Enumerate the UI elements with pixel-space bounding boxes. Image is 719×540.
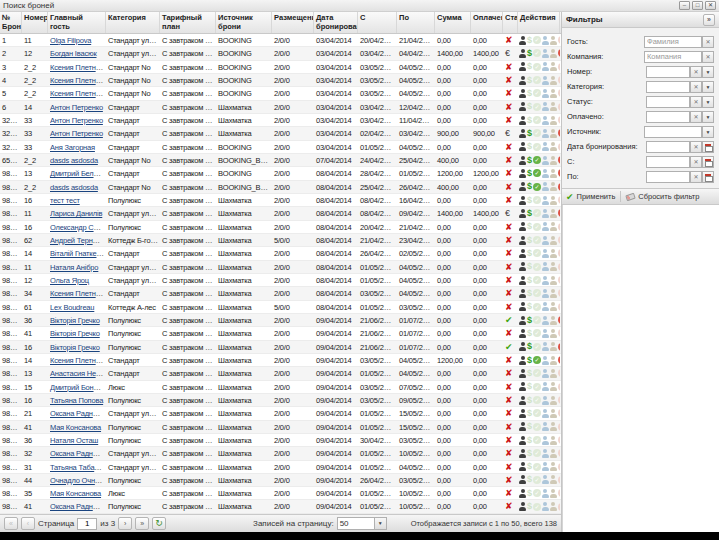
column-header-7[interactable]: Дата бронирования (314, 12, 358, 33)
guest-link[interactable]: Дмитрий Беленский (50, 169, 106, 178)
guest-icon[interactable] (542, 302, 549, 311)
column-header-13[interactable]: Действия (518, 12, 560, 33)
table-row[interactable]: 98318 41 Вікторія Гречко Полулюкс С завт… (0, 327, 561, 340)
checkout-icon[interactable] (550, 62, 557, 71)
guest-icon[interactable] (542, 209, 549, 218)
guest-icon[interactable] (542, 316, 549, 325)
table-row[interactable]: 32768 33 Антон Петренко Стандарт С завтр… (0, 127, 561, 140)
booking-card-icon[interactable] (519, 49, 526, 58)
checkin-icon[interactable]: ✓ (533, 343, 541, 351)
checkout-icon[interactable] (550, 436, 557, 445)
guest-link[interactable]: Антон Петренко (50, 129, 103, 138)
checkout-icon[interactable] (550, 236, 557, 245)
checkin-icon[interactable]: ✓ (533, 89, 541, 97)
booking-card-icon[interactable] (519, 276, 526, 285)
cancel-icon[interactable] (558, 196, 560, 204)
guest-icon[interactable] (542, 369, 549, 378)
checkout-icon[interactable] (550, 76, 557, 85)
calendar-icon[interactable] (702, 156, 714, 168)
checkout-icon[interactable] (550, 182, 557, 191)
cancel-icon[interactable] (558, 489, 560, 497)
page-number-input[interactable] (77, 518, 97, 530)
cancel-icon[interactable] (558, 289, 560, 297)
checkin-icon[interactable]: ✓ (533, 263, 541, 271)
guest-link[interactable]: Ксения Плетнёва (50, 356, 106, 365)
guest-icon[interactable] (542, 102, 549, 111)
table-row[interactable]: 98326 41 Мая Консанова Полулюкс С завтра… (0, 421, 561, 434)
checkout-icon[interactable] (550, 396, 557, 405)
minimize-button[interactable]: – (679, 1, 690, 10)
table-row[interactable]: 98328 32 Оксана Радницька Стандарт улучш… (0, 447, 561, 460)
cancel-icon[interactable] (558, 423, 560, 431)
guest-link[interactable]: Оксана Радницька (50, 449, 106, 458)
guest-icon[interactable] (542, 222, 549, 231)
guest-icon[interactable] (542, 249, 549, 258)
guest-link[interactable]: Антон Петренко (50, 116, 103, 125)
booking-card-icon[interactable] (519, 89, 526, 98)
table-row[interactable]: 98312 12 Ольга Яроц Стандарт улучше... С… (0, 274, 561, 287)
checkin-icon[interactable]: ✓ (533, 169, 541, 177)
filter-input[interactable] (644, 126, 702, 138)
payment-icon[interactable]: $ (527, 289, 532, 298)
checkout-icon[interactable] (550, 449, 557, 458)
column-header-3[interactable]: Категория (106, 12, 160, 33)
cancel-icon[interactable] (558, 89, 560, 97)
guest-icon[interactable] (542, 76, 549, 85)
cancel-icon[interactable] (558, 396, 560, 404)
checkin-icon[interactable]: ✓ (533, 383, 541, 391)
booking-card-icon[interactable] (519, 489, 526, 498)
payment-icon[interactable]: $ (527, 169, 532, 178)
booking-card-icon[interactable] (519, 502, 526, 511)
checkin-icon[interactable]: ✓ (533, 369, 541, 377)
guest-link[interactable]: Олександр Скрипка (50, 223, 106, 232)
checkout-icon[interactable] (550, 409, 557, 418)
table-row[interactable]: 98330 44 Очнадло Очнадло Полулюкс С завт… (0, 474, 561, 487)
guest-link[interactable]: Андрей Тернопіль... (50, 236, 106, 245)
payment-icon[interactable]: $ (527, 182, 532, 191)
booking-card-icon[interactable] (519, 475, 526, 484)
cancel-icon[interactable] (558, 223, 560, 231)
checkout-icon[interactable] (550, 142, 557, 151)
checkin-icon[interactable]: ✓ (533, 249, 541, 257)
filter-input[interactable] (646, 81, 690, 93)
guest-icon[interactable] (542, 289, 549, 298)
guest-link[interactable]: dasds asdosda (50, 156, 98, 165)
cancel-icon[interactable] (558, 249, 560, 257)
checkin-icon[interactable]: ✓ (533, 409, 541, 417)
filter-input[interactable] (646, 141, 690, 153)
guest-icon[interactable] (542, 409, 549, 418)
column-header-11[interactable]: Оплачено (471, 12, 503, 33)
chevron-down-icon[interactable]: ▼ (702, 126, 714, 138)
cancel-icon[interactable] (558, 156, 560, 164)
cancel-icon[interactable] (558, 36, 560, 44)
payment-icon[interactable]: $ (527, 449, 532, 458)
booking-card-icon[interactable] (519, 396, 526, 405)
guest-icon[interactable] (542, 502, 549, 511)
guest-icon[interactable] (542, 49, 549, 58)
table-row[interactable]: 98307 11 Лариса Данилів Стандарт улучше.… (0, 207, 561, 220)
table-row[interactable]: 2 12 Богдан Івасюк Стандарт улучше... С … (0, 47, 561, 60)
checkin-icon[interactable]: ✓ (533, 463, 541, 471)
table-row[interactable]: 1 11 Olga Filipova Стандарт улучше... С … (0, 34, 561, 47)
booking-card-icon[interactable] (519, 356, 526, 365)
payment-icon[interactable]: $ (527, 502, 532, 511)
guest-link[interactable]: Оксана Радницька (50, 409, 106, 418)
clear-icon[interactable]: ✕ (690, 141, 702, 153)
payment-icon[interactable]: $ (527, 316, 532, 325)
apply-filter-button[interactable]: ✔ Применить (566, 192, 615, 202)
guest-icon[interactable] (542, 169, 549, 178)
cancel-icon[interactable] (558, 329, 560, 337)
close-button[interactable]: ✕ (705, 1, 716, 10)
checkout-icon[interactable] (550, 302, 557, 311)
first-page-button[interactable]: « (4, 517, 18, 530)
checkin-icon[interactable]: ✓ (533, 156, 541, 164)
booking-card-icon[interactable] (519, 316, 526, 325)
booking-card-icon[interactable] (519, 169, 526, 178)
guest-icon[interactable] (542, 62, 549, 71)
payment-icon[interactable]: $ (527, 342, 532, 351)
checkout-icon[interactable] (550, 196, 557, 205)
booking-card-icon[interactable] (519, 342, 526, 351)
cancel-icon[interactable] (558, 143, 560, 151)
cancel-icon[interactable] (558, 49, 560, 57)
table-row[interactable]: 98305 2_2 dasds asdosda Стандарт No С за… (0, 181, 561, 194)
